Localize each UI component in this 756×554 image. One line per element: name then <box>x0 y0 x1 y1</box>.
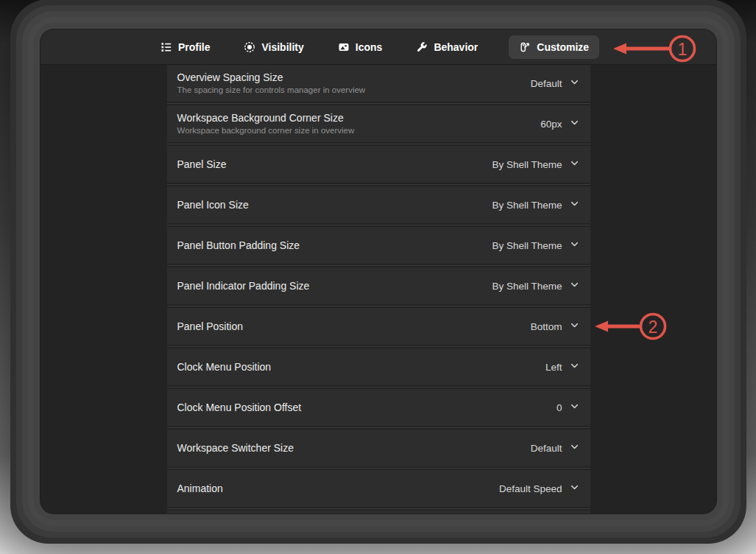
row-panel-icon-size[interactable]: Panel Icon Size By Shell Theme <box>167 186 590 223</box>
profile-list-icon <box>160 41 172 53</box>
tab-visibility[interactable]: Visibility <box>241 35 306 59</box>
tab-icons-label: Icons <box>356 41 383 53</box>
row-clock-menu-position[interactable]: Clock Menu Position Left <box>167 348 590 385</box>
chevron-down-icon <box>569 158 580 172</box>
image-icon <box>338 41 350 53</box>
row-value: 60px <box>540 119 562 130</box>
tab-profile-label: Profile <box>178 41 211 53</box>
row-value: By Shell Theme <box>492 159 562 170</box>
row-value: Default <box>531 78 562 89</box>
row-value: 0 <box>557 402 562 413</box>
row-title: Overview Spacing Size <box>177 71 366 84</box>
row-title: Workspace Background Corner Size <box>177 112 355 125</box>
settings-list: Overview Spacing Size The spacing size f… <box>167 65 590 513</box>
chevron-down-icon <box>569 401 580 415</box>
chevron-down-icon <box>569 482 580 496</box>
tab-customize-label: Customize <box>537 41 589 53</box>
row-subtitle: Workspace background corner size in over… <box>177 125 355 136</box>
chevron-down-icon <box>569 77 580 91</box>
row-subtitle: The spacing size for controls manager in… <box>177 85 366 95</box>
row-title: Workspace Switcher Size <box>177 442 294 455</box>
row-panel-size[interactable]: Panel Size By Shell Theme <box>167 146 590 183</box>
wrench-icon <box>416 41 428 53</box>
row-value: Default Speed <box>499 483 562 494</box>
tab-behavior[interactable]: Behavior <box>413 35 481 59</box>
row-overview-spacing-size[interactable]: Overview Spacing Size The spacing size f… <box>167 65 590 102</box>
chevron-down-icon <box>569 279 580 293</box>
row-value: Default <box>531 443 562 454</box>
tab-profile[interactable]: Profile <box>158 35 213 59</box>
partially-visible-row <box>167 511 590 513</box>
row-animation[interactable]: Animation Default Speed <box>167 470 590 507</box>
settings-window: Profile Visibility Icons <box>40 29 716 513</box>
chevron-down-icon <box>569 360 580 374</box>
row-title: Panel Icon Size <box>177 199 249 211</box>
row-title: Clock Menu Position <box>177 361 272 374</box>
row-value: By Shell Theme <box>492 281 562 292</box>
row-panel-indicator-padding-size[interactable]: Panel Indicator Padding Size By Shell Th… <box>167 267 590 304</box>
tab-behavior-label: Behavior <box>434 41 478 53</box>
row-title: Panel Size <box>177 158 227 171</box>
row-title: Panel Position <box>177 320 244 333</box>
row-value: Bottom <box>531 321 562 332</box>
tab-icons[interactable]: Icons <box>335 35 386 59</box>
chevron-down-icon <box>569 198 580 212</box>
tab-visibility-label: Visibility <box>261 41 303 53</box>
row-title: Animation <box>177 483 223 495</box>
row-panel-button-padding-size[interactable]: Panel Button Padding Size By Shell Theme <box>167 227 590 264</box>
row-panel-position[interactable]: Panel Position Bottom <box>167 308 590 345</box>
chevron-down-icon <box>569 239 580 253</box>
chevron-down-icon <box>569 441 580 455</box>
row-workspace-background-corner-size[interactable]: Workspace Background Corner Size Workspa… <box>167 105 590 142</box>
tab-bar: Profile Visibility Icons <box>40 29 716 65</box>
row-value: Left <box>545 362 562 373</box>
row-workspace-switcher-size[interactable]: Workspace Switcher Size Default <box>167 429 590 466</box>
chevron-down-icon <box>569 320 580 334</box>
row-title: Clock Menu Position Offset <box>177 402 302 414</box>
tab-customize[interactable]: Customize <box>509 35 599 59</box>
row-clock-menu-position-offset[interactable]: Clock Menu Position Offset 0 <box>167 389 590 426</box>
visibility-brightness-icon <box>244 41 255 53</box>
row-value: By Shell Theme <box>492 240 562 251</box>
chevron-down-icon <box>569 117 580 131</box>
row-title: Panel Button Padding Size <box>177 239 300 252</box>
row-value: By Shell Theme <box>492 200 562 211</box>
customize-tool-icon <box>519 41 531 53</box>
customize-settings-page: Overview Spacing Size The spacing size f… <box>40 65 716 513</box>
row-title: Panel Indicator Padding Size <box>177 280 310 292</box>
